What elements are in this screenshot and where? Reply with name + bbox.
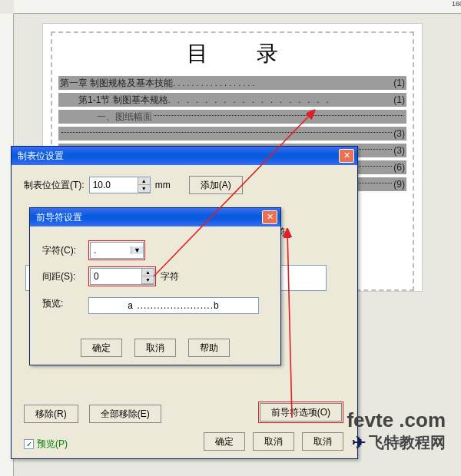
toc-page: (9)	[393, 179, 405, 190]
help-button[interactable]: 帮助	[188, 339, 230, 357]
toc-text: 第一章 制图规格及基本技能	[60, 77, 173, 90]
toc-page: (3)	[393, 128, 405, 139]
ok-button[interactable]: 确定	[204, 432, 245, 451]
toc-title: 目 录	[55, 39, 410, 68]
spacing-input[interactable]: 0 ▲▼	[90, 268, 154, 285]
cancel-button[interactable]: 取消	[253, 432, 294, 451]
toc-text: 第1-1节 制图基本规格	[78, 94, 168, 107]
highlight-box: 0 ▲▼	[88, 266, 156, 286]
spinner[interactable]: ▲▼	[141, 269, 154, 284]
toc-leader: . . . . . . . . . . . . . . . . . .	[168, 95, 394, 104]
close-icon[interactable]	[339, 149, 354, 163]
char-label: 字符(C):	[42, 244, 84, 257]
wing-icon: ✈	[352, 433, 366, 453]
watermark: fevte .com ✈飞特教程网	[347, 408, 446, 453]
leader-settings-dialog: 前导符设置 字符(C): . ▼ 间距(S): 0 ▲▼ 字符 预览:	[29, 207, 281, 365]
cancel2-button[interactable]: 取消	[302, 432, 343, 451]
char-combo[interactable]: . ▼	[90, 242, 144, 259]
add-button[interactable]: 添加(A)	[189, 176, 243, 194]
spinner-down-icon[interactable]: ▼	[138, 185, 150, 193]
watermark-line2: 飞特教程网	[369, 432, 446, 453]
tab-position-label: 制表位位置(T):	[24, 179, 85, 192]
remove-all-button[interactable]: 全部移除(E)	[89, 405, 161, 423]
dialog-titlebar[interactable]: 前导符设置	[30, 208, 280, 226]
watermark-line1: fevte .com	[347, 408, 446, 432]
preview-checkbox[interactable]: ✓	[24, 439, 34, 449]
spacing-label: 间距(S):	[42, 270, 84, 283]
ok-button[interactable]: 确定	[81, 339, 122, 357]
toc-text: 一、图纸幅面	[97, 111, 152, 124]
remove-button[interactable]: 移除(R)	[24, 405, 78, 423]
spinner-up-icon[interactable]: ▲	[142, 269, 154, 276]
toc-row[interactable]: 第1-1节 制图基本规格 . . . . . . . . . . . . . .…	[58, 93, 406, 107]
toc-leader	[154, 115, 403, 116]
char-value: .	[91, 245, 131, 256]
toc-leader	[61, 132, 392, 133]
dialog-title: 前导符设置	[36, 211, 262, 224]
ruler-horizontal: 160	[14, 0, 461, 14]
tab-position-value: 10.0	[90, 177, 138, 193]
tab-position-input[interactable]: 10.0 ▲▼	[89, 177, 151, 193]
toc-page: (1)	[393, 94, 405, 105]
cancel-button[interactable]: 取消	[134, 339, 176, 357]
spinner[interactable]: ▲▼	[138, 177, 150, 193]
toc-row[interactable]: 一、图纸幅面	[58, 110, 406, 124]
spinner-up-icon[interactable]: ▲	[138, 177, 150, 185]
dialog-title: 制表位设置	[18, 150, 339, 163]
preview-label: 预览:	[42, 297, 84, 310]
spinner-down-icon[interactable]: ▼	[142, 276, 154, 284]
spacing-value: 0	[91, 269, 141, 284]
toc-leader: ..................	[173, 78, 393, 88]
preview-box: a .......................b	[88, 297, 259, 314]
leader-options-button[interactable]: 前导符选项(O)	[260, 403, 342, 421]
toc-page: (1)	[393, 78, 405, 88]
dialog-titlebar[interactable]: 制表位设置	[12, 147, 357, 165]
toc-page: (3)	[393, 145, 405, 156]
chevron-down-icon[interactable]: ▼	[131, 246, 143, 254]
preview-checkbox-label: 预览(P)	[37, 438, 68, 451]
toc-row[interactable]: (3)	[58, 127, 406, 140]
unit-label: mm	[155, 180, 171, 190]
highlight-box: . ▼	[88, 240, 145, 260]
highlight-box: 前导符选项(O)	[258, 402, 343, 423]
toc-row[interactable]: 第一章 制图规格及基本技能 .................. (1)	[58, 76, 406, 90]
close-icon[interactable]	[262, 210, 277, 224]
toc-page: (6)	[393, 162, 405, 173]
spacing-suffix: 字符	[161, 270, 179, 283]
